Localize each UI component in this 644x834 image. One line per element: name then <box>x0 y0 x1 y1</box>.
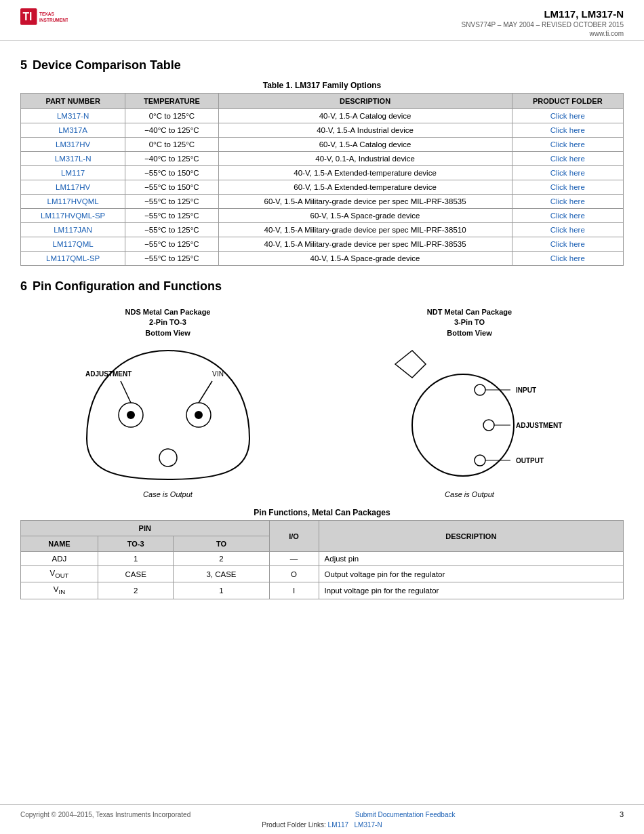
part-number-cell: LM117HVQML-SP <box>21 209 125 223</box>
table-row: LM317-N0°C to 125°C40-V, 1.5-A Catalog d… <box>21 109 624 123</box>
table-row: LM317HV0°C to 125°C60-V, 1.5-A Catalog d… <box>21 138 624 152</box>
table-row: LM117−55°C to 150°C40-V, 1.5-A Extended-… <box>21 166 624 180</box>
product-folder-link[interactable]: Click here <box>550 212 585 220</box>
io-header: I/O <box>269 521 319 552</box>
svg-point-5 <box>127 411 135 419</box>
desc-cell: 60-V, 1.5-A Space-grade device <box>218 209 512 223</box>
pin-io-cell: O <box>269 566 319 582</box>
diagram-left-title: NDS Metal Can Package 2-Pin TO-3 Bottom … <box>125 307 211 338</box>
product-link-lm317n[interactable]: LM317-N <box>355 821 382 829</box>
product-folder-cell: Click here <box>512 138 623 152</box>
desc-cell: 40-V, 1.5-A Extended-temperature device <box>218 166 512 180</box>
temp-cell: −55°C to 150°C <box>125 166 218 180</box>
product-folder-link[interactable]: Click here <box>550 155 585 163</box>
part-number-link[interactable]: LM117 <box>61 169 85 177</box>
left-diagram-svg: ADJUSTMENT V IN <box>80 344 256 486</box>
part-number-cell: LM117HV <box>21 180 125 195</box>
doc-subtitle: SNVS774P – MAY 2004 – REVISED OCTOBER 20… <box>462 21 624 28</box>
pin-table-row: VOUTCASE3, CASEOOutput voltage pin for t… <box>21 566 624 582</box>
product-folder-link[interactable]: Click here <box>550 240 585 248</box>
part-number-link[interactable]: LM117QML <box>53 240 94 248</box>
temp-cell: −55°C to 125°C <box>125 237 218 252</box>
main-content: 5 Device Comparison Table Table 1. LM317… <box>0 41 644 640</box>
desc-cell: 60-V, 1.5-A Extended-temperature device <box>218 180 512 195</box>
col-header-temp: TEMPERATURE <box>125 94 218 109</box>
desc-cell: 40-V, 1.5-A Space-grade device <box>218 252 512 266</box>
temp-cell: −40°C to 125°C <box>125 123 218 138</box>
product-folder-cell: Click here <box>512 180 623 195</box>
section6-title: Pin Configuration and Functions <box>33 279 222 294</box>
product-folder-cell: Click here <box>512 223 623 237</box>
product-folder-link[interactable]: Click here <box>550 169 585 177</box>
doc-url: www.ti.com <box>462 30 624 37</box>
pin-to-cell: 2 <box>174 552 269 566</box>
part-number-link[interactable]: LM117HVQML <box>47 197 99 205</box>
description-header: DESCRIPTION <box>319 521 623 552</box>
table-row: LM317L-N−40°C to 125°C40-V, 0.1-A, Indus… <box>21 152 624 166</box>
part-number-link[interactable]: LM317A <box>58 126 87 134</box>
svg-point-7 <box>195 411 203 419</box>
part-number-link[interactable]: LM317-N <box>57 112 89 120</box>
page-footer: Copyright © 2004–2015, Texas Instruments… <box>0 804 644 834</box>
part-number-link[interactable]: LM317L-N <box>55 155 92 163</box>
footer-top: Copyright © 2004–2015, Texas Instruments… <box>20 810 624 818</box>
svg-point-16 <box>475 384 485 395</box>
part-number-link[interactable]: LM117JAN <box>54 226 92 234</box>
diagram-right-caption: Case is Output <box>445 490 494 498</box>
part-number-cell: LM317A <box>21 123 125 138</box>
product-folder-cell: Click here <box>512 195 623 209</box>
product-folder-link[interactable]: Click here <box>550 197 585 205</box>
part-number-cell: LM117JAN <box>21 223 125 237</box>
svg-marker-14 <box>395 351 426 378</box>
pin-desc-cell: Output voltage pin for the regulator <box>319 566 623 582</box>
pin-desc-cell: Adjust pin <box>319 552 623 566</box>
part-number-link[interactable]: LM117QML-SP <box>46 254 100 262</box>
name-header: NAME <box>21 536 98 552</box>
table-row: LM117HVQML-SP−55°C to 125°C60-V, 1.5-A S… <box>21 209 624 223</box>
temp-cell: −55°C to 150°C <box>125 180 218 195</box>
pin-group-header: PIN <box>21 521 270 536</box>
product-folder-link[interactable]: Click here <box>550 112 585 120</box>
svg-line-9 <box>121 381 131 403</box>
to3-header: TO-3 <box>98 536 174 552</box>
svg-point-8 <box>159 449 177 466</box>
svg-text:ADJUSTMENT: ADJUSTMENT <box>85 370 132 378</box>
part-number-link[interactable]: LM117HVQML-SP <box>41 212 105 220</box>
product-folder-link[interactable]: Click here <box>550 126 585 134</box>
product-folder-cell: Click here <box>512 109 623 123</box>
temp-cell: −55°C to 125°C <box>125 209 218 223</box>
temp-cell: −55°C to 125°C <box>125 252 218 266</box>
desc-cell: 40-V, 0.1-A, Industrial device <box>218 152 512 166</box>
svg-text:ADJUSTMENT: ADJUSTMENT <box>516 422 562 429</box>
table-row: LM117QML-SP−55°C to 125°C40-V, 1.5-A Spa… <box>21 252 624 266</box>
pin-table-title: Pin Functions, Metal Can Packages <box>20 508 624 517</box>
svg-text:V: V <box>212 370 217 378</box>
temp-cell: −40°C to 125°C <box>125 152 218 166</box>
header-right: LM117, LM317-N SNVS774P – MAY 2004 – REV… <box>462 8 624 37</box>
comparison-table-title: Table 1. LM317 Family Options <box>20 81 624 90</box>
svg-point-19 <box>483 420 494 431</box>
pin-to3-cell: 2 <box>98 582 174 599</box>
product-folder-cell: Click here <box>512 237 623 252</box>
part-number-cell: LM317-N <box>21 109 125 123</box>
table-row: LM117HV−55°C to 150°C60-V, 1.5-A Extende… <box>21 180 624 195</box>
svg-text:TEXAS: TEXAS <box>39 12 54 16</box>
temp-cell: −55°C to 125°C <box>125 195 218 209</box>
section5-title: Device Comparison Table <box>33 58 181 73</box>
pin-desc-cell: Input voltage pin for the regulator <box>319 582 623 599</box>
desc-cell: 40-V, 1.5-A Military-grade device per sp… <box>218 223 512 237</box>
product-link-lm117[interactable]: LM117 <box>328 821 349 829</box>
feedback-link[interactable]: Submit Documentation Feedback <box>355 811 456 818</box>
product-folder-link[interactable]: Click here <box>550 183 585 191</box>
product-folder-link[interactable]: Click here <box>550 140 585 148</box>
product-folder-link[interactable]: Click here <box>550 254 585 262</box>
part-number-link[interactable]: LM317HV <box>56 140 90 148</box>
svg-text:OUTPUT: OUTPUT <box>516 457 544 464</box>
product-folder-link[interactable]: Click here <box>550 226 585 234</box>
part-number-link[interactable]: LM117HV <box>56 183 90 191</box>
pin-to3-cell: CASE <box>98 566 174 582</box>
desc-cell: 40-V, 1.5-A Industrial device <box>218 123 512 138</box>
pin-io-cell: — <box>269 552 319 566</box>
svg-text:IN: IN <box>217 370 224 378</box>
footer-bottom: Product Folder Links: LM117 LM317-N <box>20 821 624 829</box>
